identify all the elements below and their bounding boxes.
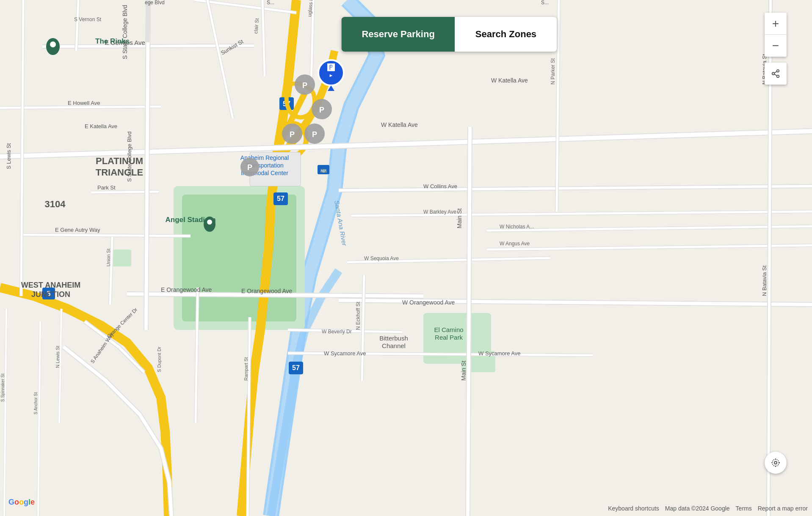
svg-line-159	[774, 74, 777, 76]
svg-text:N Lewis St: N Lewis St	[55, 346, 60, 368]
svg-text:W Angus Ave: W Angus Ave	[500, 241, 530, 247]
svg-rect-2	[182, 195, 296, 321]
map-data-info: Map data ©2024 Google	[665, 505, 730, 512]
svg-line-45	[146, 0, 148, 330]
svg-text:W Sycamore Ave: W Sycamore Ave	[478, 350, 520, 357]
svg-text:S Spinnaker St: S Spinnaker St	[0, 373, 5, 402]
svg-text:E Gene Autry Way: E Gene Autry Way	[55, 227, 100, 233]
svg-text:S...: S...	[541, 0, 549, 5]
svg-text:3104: 3104	[45, 199, 66, 209]
svg-text:🚌: 🚌	[320, 166, 327, 173]
svg-text:W Beverly Dr: W Beverly Dr	[322, 329, 352, 335]
svg-text:Bitterbush: Bitterbush	[379, 335, 408, 342]
report-error-link[interactable]: Report a map error	[758, 505, 808, 512]
svg-point-158	[777, 75, 779, 78]
svg-text:P: P	[247, 163, 252, 172]
keyboard-shortcuts[interactable]: Keyboard shortcuts	[608, 505, 659, 512]
svg-text:WEST ANAHEIM: WEST ANAHEIM	[21, 281, 80, 289]
svg-text:W Barkley Ave: W Barkley Ave	[423, 209, 456, 215]
svg-text:E Orangewood Ave: E Orangewood Ave	[161, 286, 212, 293]
svg-text:PLATINUM: PLATINUM	[96, 156, 143, 166]
share-button[interactable]	[765, 63, 787, 85]
svg-point-157	[772, 72, 775, 75]
terms-link[interactable]: Terms	[736, 505, 752, 512]
map-svg: 57 57 57 5	[0, 0, 812, 516]
svg-text:S Vernon St: S Vernon St	[74, 16, 102, 22]
svg-text:S Lewis St: S Lewis St	[6, 143, 12, 169]
svg-text:W Nicholas A...: W Nicholas A...	[500, 224, 534, 230]
svg-line-41	[21, 235, 191, 236]
svg-point-161	[774, 461, 777, 464]
svg-text:S Dupont Dr: S Dupont Dr	[157, 346, 162, 372]
svg-text:P: P	[319, 106, 324, 114]
svg-text:N Eckhoff St: N Eckhoff St	[355, 302, 361, 330]
svg-text:Real Park: Real Park	[435, 334, 463, 341]
svg-text:Union St: Union St	[106, 249, 111, 266]
map-footer: Keyboard shortcuts Map data ©2024 Google…	[608, 505, 808, 512]
svg-text:Park St: Park St	[97, 184, 116, 191]
svg-text:Rampart St: Rampart St	[243, 357, 249, 381]
svg-line-50	[147, 0, 148, 42]
google-logo: Google	[8, 498, 35, 507]
svg-text:S State College Blvd: S State College Blvd	[122, 5, 128, 59]
svg-text:►: ►	[329, 73, 334, 78]
svg-text:The Rinks: The Rinks	[95, 37, 130, 45]
svg-text:Main St: Main St	[460, 360, 467, 381]
svg-text:S...: S...	[267, 0, 274, 5]
svg-text:El Camino: El Camino	[434, 326, 463, 333]
svg-line-160	[774, 71, 777, 73]
zoom-out-button[interactable]: −	[765, 35, 787, 57]
svg-text:W Katella Ave: W Katella Ave	[381, 121, 418, 128]
svg-text:P: P	[290, 130, 295, 139]
svg-text:🅿: 🅿	[327, 63, 335, 72]
svg-text:N Parker St: N Parker St	[550, 58, 556, 85]
svg-text:E Katella Ave: E Katella Ave	[85, 123, 117, 129]
svg-point-155	[207, 220, 212, 225]
svg-text:57: 57	[277, 195, 284, 202]
reserve-parking-button[interactable]: Reserve Parking	[341, 17, 455, 52]
top-buttons: Reserve Parking Search Zones	[341, 17, 557, 52]
svg-text:Main St: Main St	[456, 208, 463, 228]
svg-text:W Collins Ave: W Collins Ave	[423, 183, 457, 189]
svg-text:JUNCTION: JUNCTION	[31, 290, 70, 299]
svg-line-52	[468, 127, 470, 516]
svg-text:S Anchor St: S Anchor St	[33, 392, 38, 414]
location-button[interactable]	[765, 452, 787, 474]
svg-point-162	[772, 459, 779, 466]
svg-point-153	[50, 41, 56, 47]
search-zones-button[interactable]: Search Zones	[455, 17, 557, 52]
svg-text:W Sequoia Ave: W Sequoia Ave	[364, 255, 399, 261]
zoom-in-button[interactable]: +	[765, 13, 787, 35]
svg-text:N Batavia St: N Batavia St	[761, 265, 768, 296]
svg-text:E Howell Ave: E Howell Ave	[68, 100, 100, 106]
svg-text:ege Blvd: ege Blvd	[145, 0, 165, 5]
svg-text:W Orangewood Ave: W Orangewood Ave	[402, 299, 455, 306]
svg-text:W Katella Ave: W Katella Ave	[491, 77, 528, 84]
svg-text:P: P	[312, 130, 317, 139]
svg-text:57: 57	[292, 364, 300, 371]
svg-text:E Orangewood Ave: E Orangewood Ave	[241, 288, 293, 294]
map-container: 57 57 57 5	[0, 0, 812, 516]
svg-text:P: P	[302, 81, 307, 90]
zoom-controls: + −	[765, 13, 787, 57]
svg-point-156	[777, 70, 779, 72]
svg-text:Channel: Channel	[382, 342, 406, 349]
svg-text:W Sycamore Ave: W Sycamore Ave	[324, 350, 366, 357]
svg-text:TRIANGLE: TRIANGLE	[96, 167, 143, 178]
